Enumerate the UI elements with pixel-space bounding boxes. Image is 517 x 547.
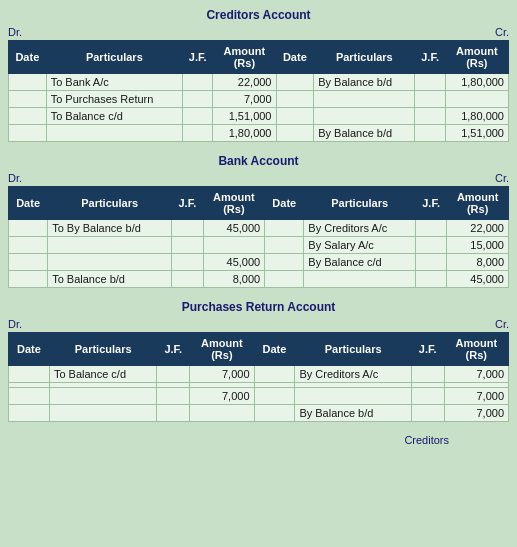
pr-r-particulars-1: By Creditors A/c: [295, 366, 411, 383]
creditors-th-date2: Date: [276, 41, 314, 74]
creditors-l-particulars-3: To Balance c/d: [46, 108, 182, 125]
bank-th-jf1: J.F.: [172, 187, 203, 220]
pr-l-particulars-1: To Balance c/d: [49, 366, 157, 383]
pr-l-date-3: [9, 388, 50, 405]
bank-l-jf-2: [172, 237, 203, 254]
purchases-return-account-section: Purchases Return Account Dr. Cr. Date Pa…: [8, 300, 509, 422]
bank-row-4: To Balance b/d 8,000 45,000: [9, 271, 509, 288]
bank-l-date-2: [9, 237, 48, 254]
pr-r-jf-1: [411, 366, 444, 383]
bank-l-particulars-3: [48, 254, 172, 271]
creditors-r-particulars-1: By Balance b/d: [314, 74, 415, 91]
creditors-l-particulars-4: [46, 125, 182, 142]
pr-th-particulars2: Particulars: [295, 333, 411, 366]
bank-r-jf-4: [415, 271, 446, 288]
pr-l-jf-1: [157, 366, 190, 383]
creditors-l-particulars-2: To Purchases Return: [46, 91, 182, 108]
creditors-r-jf-3: [415, 108, 445, 125]
bank-r-jf-2: [415, 237, 446, 254]
pr-row-1: To Balance c/d 7,000 By Creditors A/c 7,…: [9, 366, 509, 383]
pr-l-jf-3: [157, 388, 190, 405]
bank-l-amount-4: 8,000: [203, 271, 265, 288]
purchases-return-dr-cr-row: Dr. Cr.: [8, 318, 509, 330]
creditors-l-date-3: [9, 108, 47, 125]
bank-l-particulars-4: To Balance b/d: [48, 271, 172, 288]
pr-l-particulars-4: [49, 405, 157, 422]
creditors-r-amount-4: 1,51,000: [445, 125, 508, 142]
pr-th-date1: Date: [9, 333, 50, 366]
bank-l-particulars-2: [48, 237, 172, 254]
creditors-r-amount-3: 1,80,000: [445, 108, 508, 125]
creditors-r-amount-2: [445, 91, 508, 108]
creditors-l-amount-4: 1,80,000: [213, 125, 276, 142]
bank-row-2: By Salary A/c 15,000: [9, 237, 509, 254]
creditors-dr-label: Dr.: [8, 26, 22, 38]
bank-r-amount-1: 22,000: [447, 220, 509, 237]
pr-r-particulars-4: By Balance b/d: [295, 405, 411, 422]
bank-r-jf-3: [415, 254, 446, 271]
creditors-th-amount2: Amount(Rs): [445, 41, 508, 74]
bank-cr-label: Cr.: [495, 172, 509, 184]
creditors-row-2: To Purchases Return 7,000: [9, 91, 509, 108]
bank-l-jf-4: [172, 271, 203, 288]
pr-r-date-3: [254, 388, 295, 405]
bank-account-title: Bank Account: [8, 154, 509, 168]
creditors-l-jf-2: [183, 91, 213, 108]
creditors-l-amount-1: 22,000: [213, 74, 276, 91]
bank-r-date-3: [265, 254, 304, 271]
pr-l-date-4: [9, 405, 50, 422]
creditors-l-date-4: [9, 125, 47, 142]
bank-r-amount-2: 15,000: [447, 237, 509, 254]
bank-r-date-2: [265, 237, 304, 254]
bank-l-particulars-1: To By Balance b/d: [48, 220, 172, 237]
bank-r-particulars-1: By Creditors A/c: [304, 220, 416, 237]
creditors-th-particulars1: Particulars: [46, 41, 182, 74]
bank-r-amount-4: 45,000: [447, 271, 509, 288]
bank-r-particulars-2: By Salary A/c: [304, 237, 416, 254]
pr-th-particulars1: Particulars: [49, 333, 157, 366]
creditors-l-jf-4: [183, 125, 213, 142]
bank-dr-cr-row: Dr. Cr.: [8, 172, 509, 184]
pr-l-amount-4: [190, 405, 254, 422]
creditors-r-date-4: [276, 125, 314, 142]
purchases-return-dr-label: Dr.: [8, 318, 22, 330]
creditors-l-jf-1: [183, 74, 213, 91]
creditors-th-jf1: J.F.: [183, 41, 213, 74]
creditors-cr-label: Cr.: [495, 26, 509, 38]
creditors-l-date-1: [9, 74, 47, 91]
bank-th-date1: Date: [9, 187, 48, 220]
bank-r-particulars-3: By Balance c/d: [304, 254, 416, 271]
bank-l-amount-1: 45,000: [203, 220, 265, 237]
creditors-l-date-2: [9, 91, 47, 108]
creditors-r-date-2: [276, 91, 314, 108]
bank-l-amount-2: [203, 237, 265, 254]
creditors-r-jf-1: [415, 74, 445, 91]
creditors-r-amount-1: 1,80,000: [445, 74, 508, 91]
bank-r-amount-3: 8,000: [447, 254, 509, 271]
creditors-r-date-1: [276, 74, 314, 91]
bank-l-jf-3: [172, 254, 203, 271]
bank-account-section: Bank Account Dr. Cr. Date Particulars J.…: [8, 154, 509, 288]
pr-l-amount-1: 7,000: [190, 366, 254, 383]
bank-l-date-3: [9, 254, 48, 271]
creditors-th-date1: Date: [9, 41, 47, 74]
footer-creditors-label: Creditors: [8, 434, 509, 446]
bank-r-jf-1: [415, 220, 446, 237]
creditors-row-3: To Balance c/d 1,51,000 1,80,000: [9, 108, 509, 125]
creditors-l-amount-2: 7,000: [213, 91, 276, 108]
bank-th-particulars2: Particulars: [304, 187, 416, 220]
creditors-r-date-3: [276, 108, 314, 125]
bank-table: Date Particulars J.F. Amount(Rs) Date Pa…: [8, 186, 509, 288]
bank-th-amount2: Amount(Rs): [447, 187, 509, 220]
bank-th-date2: Date: [265, 187, 304, 220]
pr-th-amount2: Amount(Rs): [444, 333, 508, 366]
purchases-return-account-title: Purchases Return Account: [8, 300, 509, 314]
bank-l-amount-3: 45,000: [203, 254, 265, 271]
creditors-r-particulars-3: [314, 108, 415, 125]
pr-r-date-4: [254, 405, 295, 422]
creditors-l-amount-3: 1,51,000: [213, 108, 276, 125]
bank-th-amount1: Amount(Rs): [203, 187, 265, 220]
bank-row-1: To By Balance b/d 45,000 By Creditors A/…: [9, 220, 509, 237]
pr-th-jf2: J.F.: [411, 333, 444, 366]
bank-th-particulars1: Particulars: [48, 187, 172, 220]
